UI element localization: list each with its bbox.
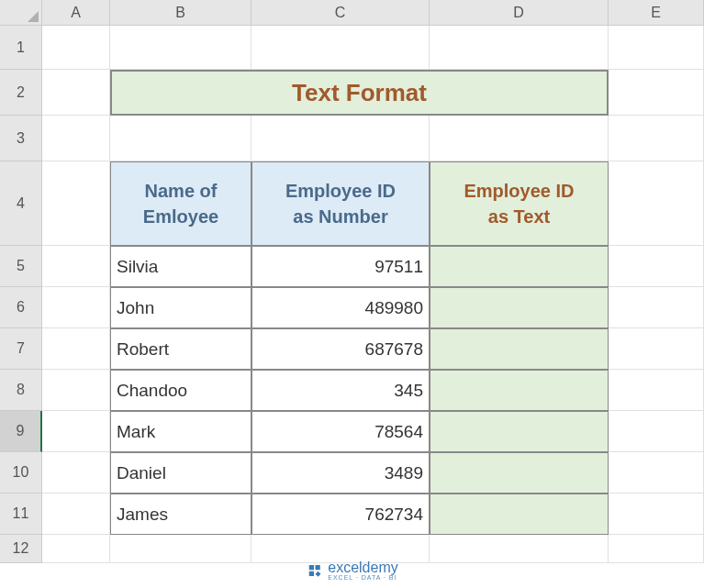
header-idnum-line1: Employee ID xyxy=(285,178,396,204)
cell-d8[interactable] xyxy=(430,370,609,411)
cell-c6[interactable]: 489980 xyxy=(251,287,430,328)
cell-a3[interactable] xyxy=(42,116,110,161)
cell-b7[interactable]: Robert xyxy=(110,328,251,370)
cell-e8[interactable] xyxy=(609,370,704,411)
header-idnum[interactable]: Employee ID as Number xyxy=(251,161,430,246)
row-header-5[interactable]: 5 xyxy=(0,246,42,287)
cell-c7[interactable]: 687678 xyxy=(251,328,430,370)
cell-b3[interactable] xyxy=(110,116,251,161)
column-header-row: A B C D E xyxy=(0,0,704,26)
cell-e12[interactable] xyxy=(609,535,704,563)
row-header-12[interactable]: 12 xyxy=(0,535,42,563)
cell-d10[interactable] xyxy=(430,452,609,494)
cell-d12[interactable] xyxy=(430,535,609,563)
cell-e11[interactable] xyxy=(609,494,704,535)
cell-b12[interactable] xyxy=(110,535,251,563)
cell-e5[interactable] xyxy=(609,246,704,287)
cell-a2[interactable] xyxy=(42,70,110,116)
cell-c5[interactable]: 97511 xyxy=(251,246,430,287)
row-header-11[interactable]: 11 xyxy=(0,494,42,535)
cell-b11[interactable]: James xyxy=(110,494,251,535)
cell-e4[interactable] xyxy=(609,161,704,246)
cell-c3[interactable] xyxy=(251,116,430,161)
watermark-text: exceldemy xyxy=(328,560,397,575)
cell-e1[interactable] xyxy=(609,26,704,70)
row-header-2[interactable]: 2 xyxy=(0,70,42,116)
watermark-sub: EXCEL · DATA · BI xyxy=(328,574,397,581)
cell-a4[interactable] xyxy=(42,161,110,246)
cell-d7[interactable] xyxy=(430,328,609,370)
row-header-8[interactable]: 8 xyxy=(0,370,42,411)
cell-a7[interactable] xyxy=(42,328,110,370)
cell-c1[interactable] xyxy=(251,26,430,70)
cell-b5[interactable]: Silvia xyxy=(110,246,251,287)
cell-d3[interactable] xyxy=(430,116,609,161)
row-header-10[interactable]: 10 xyxy=(0,452,42,494)
cell-a6[interactable] xyxy=(42,287,110,328)
cell-e2[interactable] xyxy=(609,70,704,116)
header-idtxt-line2: as Text xyxy=(488,204,550,229)
header-idnum-line2: as Number xyxy=(293,204,387,229)
cell-b9[interactable]: Mark xyxy=(110,411,251,452)
cell-b6[interactable]: John xyxy=(110,287,251,328)
title-cell[interactable]: Text Format xyxy=(110,70,609,116)
header-idtxt-line1: Employee ID xyxy=(464,178,574,204)
cell-b1[interactable] xyxy=(110,26,251,70)
row-header-7[interactable]: 7 xyxy=(0,328,42,370)
cell-c8[interactable]: 345 xyxy=(251,370,430,411)
cell-a12[interactable] xyxy=(42,535,110,563)
cell-e9[interactable] xyxy=(609,411,704,452)
col-header-c[interactable]: C xyxy=(251,0,430,26)
header-name-line1: Name of xyxy=(145,178,218,204)
header-idtxt[interactable]: Employee ID as Text xyxy=(430,161,609,246)
watermark-icon xyxy=(306,562,322,579)
cell-a5[interactable] xyxy=(42,246,110,287)
row-header-3[interactable]: 3 xyxy=(0,116,42,161)
row-header-6[interactable]: 6 xyxy=(0,287,42,328)
col-header-e[interactable]: E xyxy=(609,0,704,26)
cell-b8[interactable]: Chandoo xyxy=(110,370,251,411)
cell-a10[interactable] xyxy=(42,452,110,494)
col-header-b[interactable]: B xyxy=(110,0,251,26)
cell-a8[interactable] xyxy=(42,370,110,411)
cell-a9[interactable] xyxy=(42,411,110,452)
cell-c10[interactable]: 3489 xyxy=(251,452,430,494)
col-header-d[interactable]: D xyxy=(430,0,609,26)
cell-e6[interactable] xyxy=(609,287,704,328)
cell-e7[interactable] xyxy=(609,328,704,370)
cell-a11[interactable] xyxy=(42,494,110,535)
cell-d6[interactable] xyxy=(430,287,609,328)
cell-a1[interactable] xyxy=(42,26,110,70)
cell-e10[interactable] xyxy=(609,452,704,494)
cell-d9[interactable] xyxy=(430,411,609,452)
cell-d11[interactable] xyxy=(430,494,609,535)
cell-b10[interactable]: Daniel xyxy=(110,452,251,494)
header-name-line2: Emloyee xyxy=(143,204,218,229)
header-name[interactable]: Name of Emloyee xyxy=(110,161,251,246)
cell-c11[interactable]: 762734 xyxy=(251,494,430,535)
row-header-9[interactable]: 9 xyxy=(0,411,42,452)
row-header-4[interactable]: 4 xyxy=(0,161,42,246)
cell-d1[interactable] xyxy=(430,26,609,70)
cell-d5[interactable] xyxy=(430,246,609,287)
watermark: exceldemy EXCEL · DATA · BI xyxy=(306,560,397,581)
col-header-a[interactable]: A xyxy=(42,0,110,26)
spreadsheet-grid: A B C D E 1 2 Text Format 3 4 Name of Em… xyxy=(0,0,704,563)
select-all-corner[interactable] xyxy=(0,0,42,26)
cell-e3[interactable] xyxy=(609,116,704,161)
row-header-1[interactable]: 1 xyxy=(0,26,42,70)
cell-c9[interactable]: 78564 xyxy=(251,411,430,452)
